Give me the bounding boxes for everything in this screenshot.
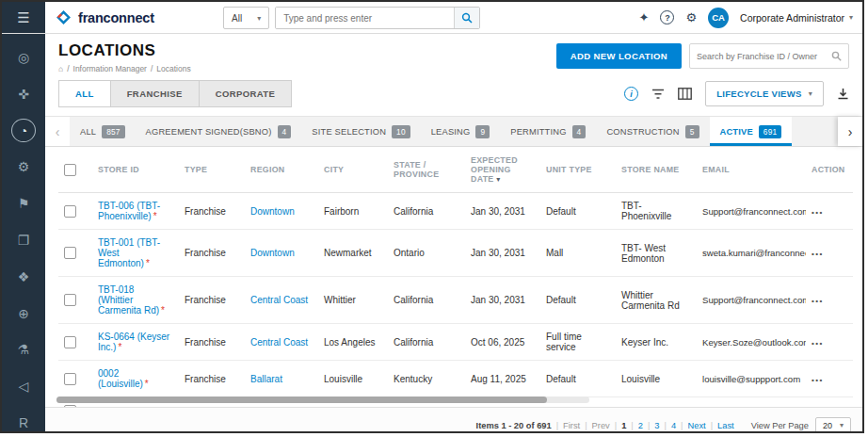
region-link[interactable]: Ballarat bbox=[250, 374, 282, 384]
select-all-checkbox[interactable] bbox=[64, 164, 76, 176]
store-id-link[interactable]: KS-0664 (Keyser Inc.) bbox=[98, 332, 169, 352]
franchise-search-input[interactable] bbox=[697, 52, 831, 61]
prev-page-link[interactable]: Prev bbox=[592, 421, 610, 430]
row-checkbox[interactable] bbox=[64, 373, 76, 385]
table-row: TBT-001 (TBT-West Edmonton)*FranchiseDow… bbox=[58, 230, 853, 277]
page-size-select[interactable]: 20 ▾ bbox=[815, 417, 851, 434]
unit-type-cell: Default bbox=[540, 361, 616, 397]
info-icon[interactable]: i bbox=[624, 87, 638, 101]
column-header-city[interactable]: CITY bbox=[318, 147, 388, 193]
region-link[interactable]: Downtown bbox=[250, 248, 295, 258]
status-tab-all[interactable]: ALL857 bbox=[70, 117, 136, 146]
store-id-link[interactable]: TBT-018 (Whittier Carmenita Rd) bbox=[98, 284, 159, 316]
horizontal-scrollbar-track[interactable] bbox=[56, 397, 589, 403]
announcements-icon[interactable]: ◁ bbox=[11, 374, 36, 398]
add-new-location-button[interactable]: ADD NEW LOCATION bbox=[556, 43, 682, 69]
chevron-down-icon: ▾ bbox=[849, 13, 853, 22]
row-checkbox[interactable] bbox=[64, 247, 76, 259]
globe-icon[interactable]: ⊕ bbox=[11, 301, 36, 326]
status-tab-site-selection[interactable]: SITE SELECTION10 bbox=[301, 117, 420, 146]
unit-type-cell: Default bbox=[540, 277, 616, 324]
tab-corporate[interactable]: CORPORATE bbox=[199, 80, 293, 107]
tab-all[interactable]: ALL bbox=[58, 80, 111, 107]
city-cell: Fairborn bbox=[318, 193, 388, 230]
last-page-link[interactable]: Last bbox=[717, 421, 734, 430]
breadcrumb-information-manager[interactable]: Information Manager bbox=[73, 64, 147, 73]
tabs-scroll-left-button[interactable]: ‹ bbox=[45, 117, 70, 146]
expected-opening-date-cell: Jan 30, 2031 bbox=[465, 193, 540, 230]
download-icon[interactable] bbox=[837, 88, 849, 100]
row-checkbox[interactable] bbox=[64, 205, 76, 218]
marketing-icon[interactable]: ⚑ bbox=[11, 191, 36, 216]
ai-sparkle-icon[interactable]: ✦ bbox=[639, 10, 650, 24]
column-header-email[interactable]: EMAIL bbox=[697, 147, 806, 193]
next-page-link[interactable]: Next bbox=[688, 421, 706, 430]
row-actions-button[interactable]: ••• bbox=[812, 376, 824, 384]
info-manager-icon[interactable]: ◔ bbox=[11, 119, 36, 143]
home-icon[interactable]: ⌂ bbox=[58, 64, 63, 73]
store-id-link[interactable]: 0002 (Louisville) bbox=[98, 368, 143, 389]
column-header-state-province[interactable]: STATE / PROVINCE bbox=[388, 147, 465, 193]
column-header-type[interactable]: TYPE bbox=[179, 147, 245, 193]
help-icon[interactable]: ? bbox=[660, 10, 674, 24]
lifecycle-views-button[interactable]: LIFECYCLE VIEWS ▾ bbox=[705, 81, 824, 106]
row-actions-button[interactable]: ••• bbox=[812, 208, 824, 217]
search-button[interactable] bbox=[454, 8, 479, 28]
header-checkbox-cell bbox=[58, 147, 92, 193]
field-ops-icon[interactable]: ✜ bbox=[11, 82, 36, 106]
row-checkbox[interactable] bbox=[64, 294, 76, 306]
status-tabs: ALL857AGREEMENT SIGNED(SBNO)4SITE SELECT… bbox=[70, 117, 838, 146]
status-tab-agreement-signed-sbno-[interactable]: AGREEMENT SIGNED(SBNO)4 bbox=[136, 117, 302, 146]
tabs-scroll-right-button[interactable]: › bbox=[838, 117, 862, 146]
user-menu[interactable]: Corporate Administrator ▾ bbox=[740, 12, 853, 24]
email-cell: Support@franconnect.com bbox=[697, 193, 806, 230]
status-tab-permitting[interactable]: PERMITTING4 bbox=[500, 117, 596, 146]
avatar[interactable]: CA bbox=[708, 8, 729, 28]
row-checkbox[interactable] bbox=[64, 336, 76, 348]
hamburger-menu-button[interactable]: ☰ bbox=[2, 2, 45, 33]
region-link[interactable]: Central Coast bbox=[250, 295, 308, 305]
table-row: TBT-018 (Whittier Carmenita Rd)*Franchis… bbox=[58, 277, 853, 324]
row-actions-button[interactable]: ••• bbox=[812, 339, 824, 348]
page-link-3[interactable]: 3 bbox=[654, 421, 659, 430]
type-cell: Franchise bbox=[179, 277, 245, 324]
column-header-action[interactable]: ACTION bbox=[806, 147, 853, 193]
row-actions-button[interactable]: ••• bbox=[812, 297, 824, 305]
region-link[interactable]: Downtown bbox=[250, 206, 295, 217]
r-module-icon[interactable]: R bbox=[11, 411, 36, 433]
tab-franchise[interactable]: FRANCHISE bbox=[110, 80, 200, 107]
store-id-link[interactable]: TBT-001 (TBT-West Edmonton) bbox=[98, 237, 160, 268]
documents-icon[interactable]: ❐ bbox=[11, 228, 36, 252]
columns-icon[interactable] bbox=[678, 88, 692, 100]
brand-logo[interactable]: franconnect bbox=[55, 8, 154, 26]
column-header-expected-opening-date[interactable]: EXPECTED OPENING DATE ▾ bbox=[465, 147, 540, 193]
settings-gear-icon[interactable]: ⚙ bbox=[11, 154, 36, 179]
first-page-link[interactable]: First bbox=[563, 421, 580, 430]
status-tab-construction[interactable]: CONSTRUCTION5 bbox=[596, 117, 709, 146]
lab-icon[interactable]: ⚗ bbox=[11, 338, 36, 363]
breadcrumb-locations[interactable]: Locations bbox=[156, 64, 190, 73]
column-header-store-name[interactable]: STORE NAME bbox=[616, 147, 697, 193]
page-link-4[interactable]: 4 bbox=[671, 421, 676, 430]
column-header-store-id[interactable]: STORE ID bbox=[92, 147, 179, 193]
type-cell: Franchise bbox=[179, 230, 245, 277]
filter-icon[interactable] bbox=[651, 89, 665, 100]
status-tab-leasing[interactable]: LEASING9 bbox=[421, 117, 501, 146]
column-header-region[interactable]: REGION bbox=[245, 147, 318, 193]
email-cell: louisville@suppport.com bbox=[697, 361, 806, 397]
status-tab-active[interactable]: ACTIVE691 bbox=[710, 117, 793, 146]
page-link-2[interactable]: 2 bbox=[638, 421, 643, 430]
column-header-unit-type[interactable]: UNIT TYPE bbox=[540, 147, 616, 193]
gear-icon[interactable]: ⚙ bbox=[685, 10, 697, 24]
global-search-input[interactable] bbox=[276, 8, 454, 28]
hub-icon[interactable]: ◎ bbox=[11, 45, 36, 70]
page-link-1[interactable]: 1 bbox=[621, 421, 626, 430]
type-cell: Franchise bbox=[179, 361, 245, 397]
search-scope-value: All bbox=[232, 13, 242, 24]
search-scope-select[interactable]: All ▾ bbox=[223, 7, 269, 29]
store-id-link[interactable]: TBT-006 (TBT-Phoenixville) bbox=[98, 201, 160, 221]
horizontal-scrollbar-thumb[interactable] bbox=[56, 397, 547, 403]
region-link[interactable]: Central Coast bbox=[250, 337, 308, 348]
rewards-icon[interactable]: ❖ bbox=[11, 265, 36, 289]
row-actions-button[interactable]: ••• bbox=[812, 250, 824, 258]
